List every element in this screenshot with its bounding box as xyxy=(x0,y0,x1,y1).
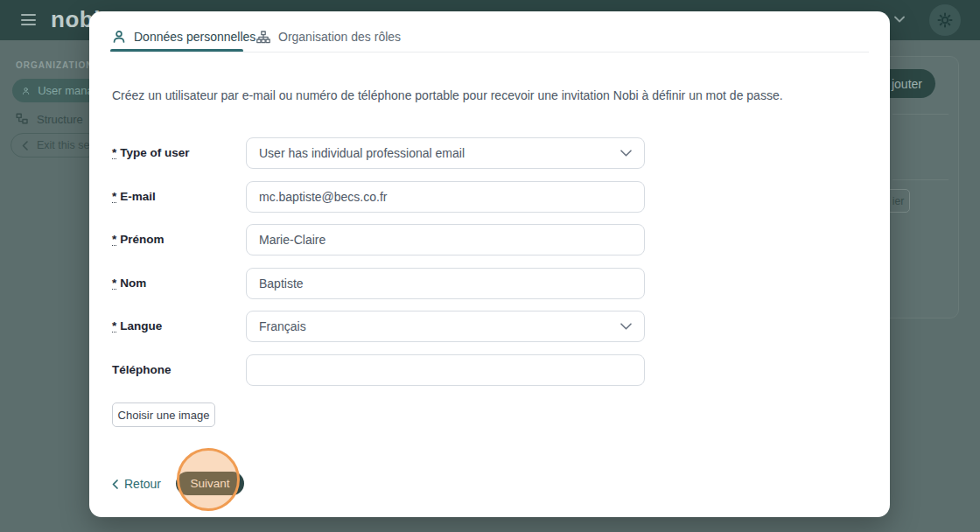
field-label-prenom: *Prénom xyxy=(112,233,243,246)
required-asterisk: * xyxy=(112,192,116,203)
tabs-divider xyxy=(110,52,869,52)
tab-label: Organisation des rôles xyxy=(278,30,401,44)
required-asterisk: * xyxy=(112,235,116,246)
field-label-telephone: Téléphone xyxy=(112,363,243,376)
divider xyxy=(892,114,948,115)
back-label: Retour xyxy=(124,477,161,491)
chevron-down-icon xyxy=(620,323,632,330)
email-field[interactable]: mc.baptiste@becs.co.fr xyxy=(246,181,645,213)
sidebar-section-label: ORGANIZATION xyxy=(16,60,93,70)
chevron-left-icon xyxy=(22,141,28,150)
tree-icon xyxy=(16,113,29,126)
nom-field[interactable]: Baptiste xyxy=(246,268,645,299)
back-button[interactable]: Retour xyxy=(112,477,161,491)
select-value: Français xyxy=(259,319,306,333)
sidebar-exit-section-button[interactable]: Exit this sec xyxy=(10,133,100,158)
hamburger-menu-icon[interactable] xyxy=(21,14,36,25)
sidebar-item-structure[interactable]: Structure xyxy=(16,113,83,126)
sidebar-item-user-management[interactable]: User manag xyxy=(12,79,100,102)
select-value: User has individual professional email xyxy=(259,146,465,160)
sitemap-icon xyxy=(256,31,270,44)
person-icon xyxy=(22,85,30,97)
field-label-type-of-user: *Type of user xyxy=(112,146,243,159)
gear-icon xyxy=(937,12,953,28)
telephone-field[interactable] xyxy=(246,354,645,386)
field-label-nom: *Nom xyxy=(112,276,243,290)
chevron-down-icon xyxy=(894,16,905,23)
sidebar-item-label: Structure xyxy=(37,113,83,126)
type-of-user-select[interactable]: User has individual professional email xyxy=(246,137,645,169)
next-button[interactable]: Suivant xyxy=(176,472,244,495)
prenom-field[interactable]: Marie-Claire xyxy=(246,224,645,256)
divider xyxy=(892,179,948,180)
create-user-modal: Données personnelles Organisation des rô… xyxy=(89,11,890,517)
person-icon xyxy=(112,30,126,44)
input-value: Marie-Claire xyxy=(259,233,326,247)
tab-donnees-personnelles[interactable]: Données personnelles xyxy=(112,30,256,44)
choose-image-button[interactable]: Choisir une image xyxy=(112,402,215,427)
tab-label: Données personnelles xyxy=(134,30,256,44)
settings-button[interactable] xyxy=(929,4,961,36)
input-value: mc.baptiste@becs.co.fr xyxy=(259,190,388,204)
tab-organisation-des-roles[interactable]: Organisation des rôles xyxy=(256,30,401,44)
langue-select[interactable]: Français xyxy=(246,311,645,342)
chevron-down-icon xyxy=(620,150,632,157)
exit-section-label: Exit this sec xyxy=(37,139,95,151)
chevron-left-icon xyxy=(112,480,118,489)
field-label-langue: *Langue xyxy=(112,319,243,332)
required-asterisk: * xyxy=(112,149,116,159)
modal-description: Créez un utilisateur par e-mail ou numér… xyxy=(112,88,783,102)
row-action-button[interactable]: ier xyxy=(886,189,910,213)
required-asterisk: * xyxy=(112,322,116,332)
required-asterisk: * xyxy=(112,279,116,290)
field-label-email: *E-mail xyxy=(112,190,243,203)
input-value: Baptiste xyxy=(259,276,304,290)
screen: nobi tin ORGANIZATION User manag Structu… xyxy=(0,0,980,532)
